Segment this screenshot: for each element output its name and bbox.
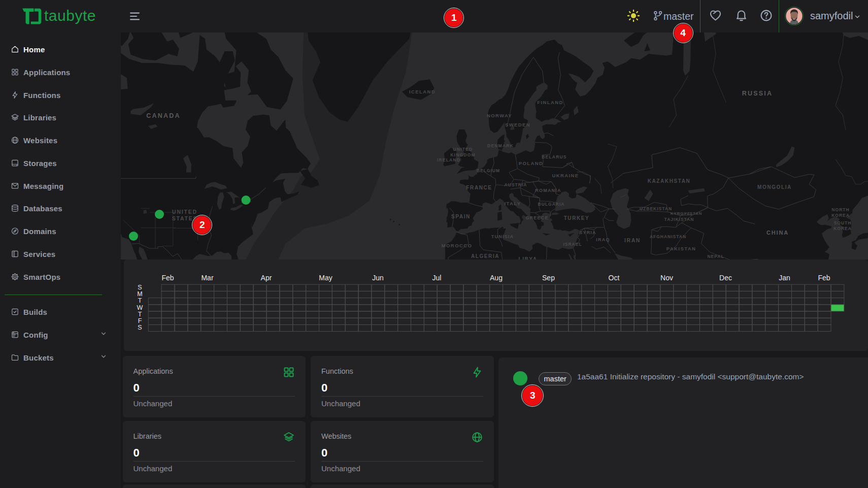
- svg-text:PAKISTAN: PAKISTAN: [666, 246, 695, 251]
- svg-text:Sep: Sep: [542, 274, 555, 282]
- svg-text:May: May: [319, 274, 332, 282]
- svg-text:BELARUS: BELARUS: [542, 154, 567, 159]
- svg-text:IRAN: IRAN: [624, 237, 640, 243]
- svg-text:RUSSIA: RUSSIA: [742, 90, 772, 97]
- svg-text:NORTH: NORTH: [831, 207, 849, 212]
- svg-text:Feb: Feb: [161, 274, 174, 282]
- svg-text:GREECE: GREECE: [525, 215, 548, 220]
- svg-text:MOROCCO: MOROCCO: [441, 243, 472, 248]
- svg-text:ALGERIA: ALGERIA: [471, 253, 499, 259]
- svg-text:F: F: [138, 317, 142, 324]
- svg-text:Jul: Jul: [432, 274, 441, 282]
- svg-text:ROMANIA: ROMANIA: [535, 188, 561, 193]
- svg-text:KOREA: KOREA: [831, 213, 850, 218]
- svg-text:NEPAL: NEPAL: [707, 254, 724, 259]
- svg-text:KYRGYZSTAN: KYRGYZSTAN: [670, 211, 702, 216]
- svg-text:AFGHANISTAN: AFGHANISTAN: [649, 234, 686, 239]
- svg-text:UNITED: UNITED: [453, 147, 473, 152]
- svg-text:CANADA: CANADA: [146, 112, 180, 119]
- svg-text:ITALY: ITALY: [504, 201, 521, 206]
- svg-text:NORWAY: NORWAY: [486, 113, 512, 118]
- svg-text:W: W: [137, 304, 143, 311]
- svg-text:S: S: [138, 324, 142, 331]
- svg-text:IRELAND: IRELAND: [437, 157, 460, 162]
- svg-text:IRAQ: IRAQ: [596, 237, 610, 242]
- svg-text:Mar: Mar: [201, 274, 213, 282]
- svg-text:S: S: [138, 284, 142, 291]
- svg-text:BELGIUM: BELGIUM: [476, 168, 499, 173]
- svg-text:SYRIA: SYRIA: [579, 230, 596, 235]
- svg-text:M: M: [137, 290, 142, 298]
- svg-text:KINGDOM: KINGDOM: [450, 152, 475, 157]
- svg-text:CHINA: CHINA: [766, 230, 789, 236]
- svg-text:MONGOLIA: MONGOLIA: [757, 184, 792, 190]
- svg-text:Jun: Jun: [372, 274, 384, 282]
- svg-text:Oct: Oct: [608, 274, 619, 282]
- svg-text:FINLAND: FINLAND: [537, 100, 563, 105]
- svg-text:LIBYA: LIBYA: [518, 256, 537, 259]
- svg-text:UKRAINE: UKRAINE: [552, 173, 579, 178]
- svg-text:SPAIN: SPAIN: [451, 214, 471, 219]
- svg-text:UZBEKISTAN: UZBEKISTAN: [639, 206, 672, 211]
- svg-text:Nov: Nov: [660, 274, 673, 282]
- svg-text:SWEDEN: SWEDEN: [505, 122, 530, 127]
- svg-text:DENMARK: DENMARK: [487, 143, 514, 148]
- svg-text:ISRAEL: ISRAEL: [563, 242, 582, 247]
- svg-text:BULGARIA: BULGARIA: [538, 202, 564, 207]
- svg-text:SOUTH: SOUTH: [833, 220, 851, 225]
- svg-text:T: T: [138, 297, 142, 304]
- svg-text:T: T: [138, 311, 142, 318]
- svg-text:ICELAND: ICELAND: [409, 89, 435, 94]
- svg-text:TURKEY: TURKEY: [563, 215, 589, 221]
- svg-text:AUSTRIA: AUSTRIA: [504, 182, 527, 187]
- svg-text:KOREA: KOREA: [833, 226, 852, 231]
- svg-text:FRANCE: FRANCE: [466, 185, 492, 190]
- svg-text:Feb: Feb: [818, 274, 830, 282]
- svg-text:UNITED: UNITED: [172, 209, 197, 215]
- svg-text:POLAND: POLAND: [518, 160, 543, 166]
- svg-text:KAZAKHSTAN: KAZAKHSTAN: [647, 178, 690, 184]
- svg-text:Aug: Aug: [490, 274, 503, 282]
- svg-text:TUNISIA: TUNISIA: [491, 234, 513, 239]
- svg-text:Jan: Jan: [779, 274, 790, 282]
- svg-text:TAJIKISTAN: TAJIKISTAN: [664, 217, 694, 222]
- svg-text:Dec: Dec: [719, 274, 732, 282]
- svg-text:Apr: Apr: [260, 274, 272, 282]
